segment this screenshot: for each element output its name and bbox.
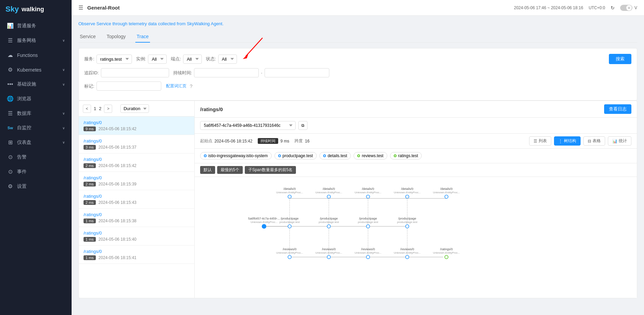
instance-select[interactable]: All [148,55,167,64]
span-label: 跨度 [295,138,303,144]
copy-trace-id-button[interactable]: ⧉ [298,121,308,130]
menu-icon[interactable]: ☰ [78,4,83,11]
next-page-button[interactable]: > [104,105,112,113]
logo: Skywalking [0,0,72,18]
svg-text:/reviews/0: /reviews/0 [400,247,414,251]
sidebar-item-database[interactable]: ☰ 数据库 ∨ [0,106,72,121]
list-item[interactable]: /ratings/0 2 ms 2024-05-06 18:15:43 [79,190,194,209]
detail-header: /ratings/0 查看日志 [195,101,637,118]
list-item[interactable]: /ratings/0 1 ms 2024-05-06 18:15:40 [79,227,194,245]
view-log-button[interactable]: 查看日志 [604,104,631,114]
trace-time: 2024-05-06 18:15:42 [99,163,136,168]
sidebar-item-dashboard[interactable]: ⊞ 仪表盘 ∨ [0,135,72,150]
svg-point-53 [327,255,331,259]
trace-link[interactable]: /ratings/0 [84,138,102,144]
sort-select[interactable]: Duration [120,104,149,113]
service-tag-productpage[interactable]: productpage.test [274,152,317,160]
sidebar-item-infrastructure[interactable]: ••• 基础设施 ∨ [0,77,72,91]
trace-id-input[interactable] [101,68,169,77]
tag-dot-icon [204,154,207,157]
topbar-right: 2024-05-06 17:46 ~ 2024-05-06 18:16 UTC+… [514,5,637,11]
stats-view-label: 统计 [619,138,627,144]
endpoint-select[interactable]: All [183,55,202,64]
prev-page-button[interactable]: < [83,105,91,113]
trace-link[interactable]: /ratings/0 [84,157,102,162]
list-item-meta: 1 ms 2024-05-06 18:15:41 [84,255,190,260]
sidebar-item-normal-service[interactable]: 📊 普通服务 [0,18,72,33]
span-item: 跨度 16 [295,138,309,144]
refresh-button[interactable]: ↻ [611,5,615,11]
status-label: 状态: [206,56,216,62]
tree-icon: ⋮ [558,139,563,144]
filter-slowest[interactable]: 最慢的5个 [217,166,243,174]
trace-link[interactable]: /ratings/0 [84,230,102,236]
list-item[interactable]: /ratings/0 2 ms 2024-05-06 18:15:39 [79,172,194,190]
service-tag-details[interactable]: details.test [319,152,351,160]
svg-text:Unknown-EntityProc...: Unknown-EntityProc... [315,191,342,194]
trace-id-select[interactable]: 5a6f6457-4c7a-4459-a46b-41317931646c [200,121,296,130]
duration-max-input[interactable] [265,68,329,77]
search-button[interactable]: 搜索 [609,54,631,64]
grid-icon: ☰ [7,37,14,44]
trace-list-scroll: /ratings/0 9 ms 2024-05-06 18:15:42 /rat… [79,117,194,298]
trace-time: 2024-05-06 18:15:39 [99,182,136,186]
list-item-meta: 3 ms 2024-05-06 18:15:37 [84,145,190,150]
list-item[interactable]: /ratings/0 3 ms 2024-05-06 18:15:37 [79,135,194,153]
bar-chart-icon: 📊 [7,22,14,29]
list-icon: ☰ [534,139,537,144]
list-item[interactable]: /ratings/0 1 ms 2024-05-06 18:15:38 [79,209,194,227]
time-range: 2024-05-06 17:46 ~ 2024-05-06 18:16 [514,5,583,10]
sidebar-item-events[interactable]: ⊙ 事件 [0,164,72,179]
list-header: < 1 2 > Duration [79,101,194,117]
stats-view-button[interactable]: 📊 统计 [608,136,631,146]
tag-config-link[interactable]: 配置词汇页 [166,83,186,89]
tree-view-button[interactable]: ⋮ 树结构 [554,136,581,146]
toggle-switch[interactable] [620,5,632,11]
sidebar-item-label: 事件 [17,169,27,175]
service-tag-reviews[interactable]: reviews.test [354,152,387,160]
sidebar-item-self-monitor[interactable]: Sw 自监控 ∨ [0,121,72,135]
instance-label: 实例: [136,56,146,62]
list-view-button[interactable]: ☰ 列表 [529,136,551,146]
svg-text:/ratings/0: /ratings/0 [440,247,453,251]
duration-badge: 1 ms [84,237,96,242]
list-item[interactable]: /ratings/0 2 ms 2024-05-06 18:15:42 [79,153,194,172]
svg-point-19 [445,195,448,198]
list-item[interactable]: /ratings/0 9 ms 2024-05-06 18:15:42 [79,117,194,135]
table-view-button[interactable]: ⊟ 表格 [583,136,605,146]
service-tags: istio-ingressgateway.istio-system produc… [195,149,637,163]
sidebar-item-browser[interactable]: 🌐 浏览器 [0,91,72,106]
service-field: 服务: ratings.test [84,55,132,64]
tab-trace[interactable]: Trace [135,31,150,43]
sidebar-item-functions[interactable]: ☁ Functions [0,48,72,62]
sidebar-item-kubernetes[interactable]: ⚙ Kubernetes ∨ [0,62,72,77]
duration-badge: 9 ms [84,126,96,131]
sidebar-item-settings[interactable]: ⚙ 设置 [0,179,72,194]
tab-topology[interactable]: Topology [105,31,127,43]
sidebar-item-service-mesh[interactable]: ☰ 服务网格 ∨ [0,33,72,48]
service-tag-ingress[interactable]: istio-ingressgateway.istio-system [200,152,272,160]
duration-label: 持续时间: [173,70,192,76]
sidebar-item-label: Functions [17,52,38,58]
view-buttons: ☰ 列表 ⋮ 树结构 ⊟ 表格 [529,136,631,146]
trace-link[interactable]: /ratings/0 [84,175,102,180]
svg-text:productpage.test: productpage.test [397,221,418,224]
service-tag-ratings[interactable]: ratings.test [390,152,422,160]
filter-default[interactable]: 默认 [200,166,215,174]
duration-min-input[interactable] [194,68,259,77]
svg-text:5a6f6457-4c7a-4459-...: 5a6f6457-4c7a-4459-... [248,217,280,220]
service-select[interactable]: ratings.test [96,55,132,64]
trace-link[interactable]: /ratings/0 [84,212,102,217]
expand-icon: ∨ [62,82,65,86]
status-field: 状态: All [206,55,237,64]
trace-link[interactable]: /ratings/0 [84,194,102,199]
tab-service[interactable]: Service [78,31,97,43]
tag-input[interactable] [96,81,161,91]
trace-link[interactable]: /ratings/0 [84,249,102,254]
list-item[interactable]: /ratings/0 1 ms 2024-05-06 18:15:41 [79,245,194,264]
sidebar-item-alarm[interactable]: ⊙ 告警 [0,150,72,164]
trace-link[interactable]: /ratings/0 [84,120,102,125]
status-select[interactable]: All [218,55,237,64]
filter-most-spans[interactable]: 子Span数量最多的前5名 [245,166,296,174]
tag-help-icon[interactable]: ? [190,84,193,89]
